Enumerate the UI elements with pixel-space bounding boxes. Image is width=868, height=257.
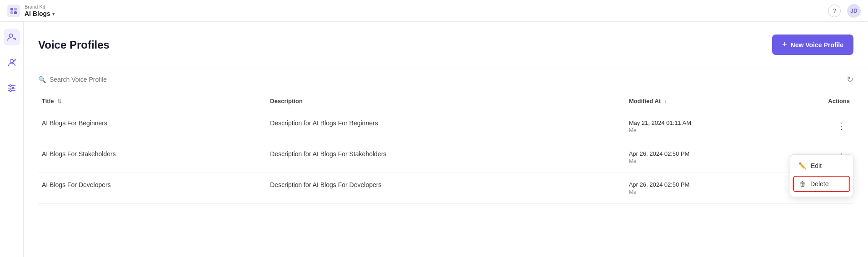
sort-title-icon: ⇅ [57, 99, 61, 104]
search-icon: 🔍 [38, 76, 46, 83]
brand-icon [7, 5, 20, 17]
cell-modified: May 21, 2024 01:11 AM Me [625, 111, 788, 142]
context-menu-delete[interactable]: 🗑 Delete [793, 176, 850, 192]
cell-title: AI Blogs For Beginners [38, 111, 266, 142]
edit-icon: ✏️ [798, 162, 806, 169]
main-content: Voice Profiles + New Voice Profile 🔍 ↻ T… [24, 22, 868, 257]
svg-rect-2 [10, 11, 13, 14]
svg-rect-0 [10, 8, 13, 10]
search-area: 🔍 ↻ [24, 68, 868, 91]
sidebar-item-settings[interactable] [4, 80, 20, 96]
svg-point-4 [9, 34, 12, 37]
col-header-modified[interactable]: Modified At ↓ [625, 91, 788, 111]
table-row: AI Blogs For Stakeholders Description fo… [38, 142, 853, 173]
table-header-row: Title ⇅ Description Modified At ↓ Action… [38, 91, 853, 111]
plus-icon: + [782, 40, 787, 49]
cell-description: Description for AI Blogs For Beginners [266, 111, 625, 142]
new-voice-profile-button[interactable]: + New Voice Profile [772, 35, 853, 55]
cell-modified: Apr 26, 2024 02:50 PM Me [625, 142, 788, 173]
page-title: Voice Profiles [38, 39, 110, 51]
svg-rect-1 [14, 8, 17, 10]
sidebar-item-persona[interactable] [4, 54, 20, 71]
refresh-button[interactable]: ↻ [847, 74, 853, 84]
help-button[interactable]: ? [828, 5, 841, 17]
row-actions-button[interactable]: ⋮ [833, 119, 850, 132]
brand-section: Brand Kit AI Blogs ▾ [7, 4, 55, 17]
svg-point-9 [10, 85, 11, 87]
sidebar-item-voice-profiles[interactable] [4, 29, 20, 45]
svg-point-10 [12, 87, 14, 89]
search-input[interactable] [50, 76, 150, 83]
col-header-actions: Actions [788, 91, 853, 111]
trash-icon: 🗑 [799, 180, 806, 188]
brand-label: Brand Kit [25, 4, 55, 10]
search-wrapper: 🔍 [38, 76, 150, 83]
main-layout: Voice Profiles + New Voice Profile 🔍 ↻ T… [0, 22, 868, 257]
brand-name[interactable]: AI Blogs ▾ [25, 10, 55, 17]
table-row: AI Blogs For Beginners Description for A… [38, 111, 853, 142]
chevron-down-icon: ▾ [52, 11, 55, 16]
context-menu: ✏️ Edit 🗑 Delete [790, 154, 853, 197]
svg-rect-3 [14, 11, 17, 14]
page-header: Voice Profiles + New Voice Profile [24, 22, 868, 68]
top-bar: Brand Kit AI Blogs ▾ ? JD [0, 0, 868, 22]
col-header-description: Description [266, 91, 625, 111]
cell-description: Description for AI Blogs For Stakeholder… [266, 142, 625, 173]
sort-modified-icon: ↓ [664, 99, 667, 104]
col-header-title[interactable]: Title ⇅ [38, 91, 266, 111]
voice-profiles-table: Title ⇅ Description Modified At ↓ Action… [38, 91, 853, 204]
top-bar-right: ? JD [828, 4, 861, 18]
cell-description: Description for AI Blogs For Developers [266, 173, 625, 204]
cell-title: AI Blogs For Developers [38, 173, 266, 204]
context-menu-edit[interactable]: ✏️ Edit [790, 158, 853, 174]
cell-title: AI Blogs For Stakeholders [38, 142, 266, 173]
brand-text: Brand Kit AI Blogs ▾ [25, 4, 55, 17]
table-wrapper: Title ⇅ Description Modified At ↓ Action… [24, 91, 868, 257]
svg-point-11 [10, 90, 11, 92]
sidebar [0, 22, 24, 257]
avatar: JD [847, 4, 861, 18]
cell-actions: ⋮ [788, 111, 853, 142]
table-row: AI Blogs For Developers Description for … [38, 173, 853, 204]
cell-modified: Apr 26, 2024 02:50 PM Me [625, 173, 788, 204]
